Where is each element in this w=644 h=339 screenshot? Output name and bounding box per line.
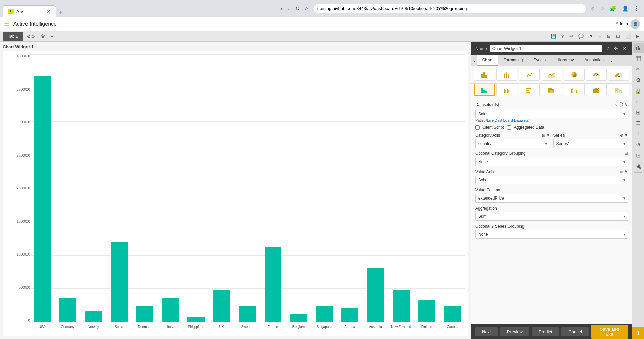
toolbar-action-6[interactable]: ▽ — [596, 33, 604, 39]
toolbar-action-3[interactable]: ✉ — [567, 33, 575, 39]
panel-tab-hierarchy[interactable]: Hierarchy — [551, 55, 579, 66]
delete-toolbar-btn[interactable]: 🗑 — [39, 33, 47, 40]
bar[interactable] — [393, 290, 410, 322]
value-column-select[interactable]: extendedPrice — [475, 194, 628, 203]
back-button[interactable]: ‹ — [279, 4, 284, 13]
chart-type-grouped-bar[interactable] — [496, 84, 518, 96]
chart-type-stacked-bar2[interactable] — [541, 84, 562, 96]
chart-type-striped[interactable] — [608, 84, 629, 96]
bar[interactable] — [187, 317, 205, 322]
extensions-button[interactable]: 🧩 — [608, 4, 619, 13]
far-right-settings-btn[interactable]: ⚙ — [633, 75, 644, 85]
toolbar-action-10[interactable]: ▶ — [634, 33, 641, 39]
add-toolbar-btn[interactable]: + — [49, 33, 55, 40]
chart-type-pie[interactable] — [564, 69, 585, 81]
series-flag-btn[interactable]: ⚑ — [624, 133, 628, 138]
cast-button[interactable]: ⎋ — [589, 4, 596, 13]
chart-type-scatter[interactable] — [519, 69, 540, 81]
category-axis-select[interactable]: country — [475, 139, 550, 148]
far-right-chart-btn[interactable] — [633, 43, 644, 53]
predict-button[interactable]: Predict — [532, 327, 559, 336]
chart-type-combo[interactable] — [586, 84, 607, 96]
optional-y-select[interactable]: None — [475, 230, 628, 239]
panel-tab-prev[interactable]: ‹ — [471, 55, 477, 66]
toolbar-action-4[interactable]: 💬 — [576, 33, 586, 39]
value-axis-select[interactable]: Axis1 — [475, 176, 628, 184]
datasets-info-btn[interactable]: ⓘ — [619, 102, 623, 108]
bar[interactable] — [316, 306, 333, 322]
aggregated-data-checkbox[interactable] — [507, 125, 511, 130]
dashboard-tab[interactable]: Tab 1 — [3, 32, 23, 41]
reload-button[interactable]: ↻ — [293, 4, 302, 13]
panel-tab-annotation[interactable]: Annotation — [579, 55, 609, 66]
datasets-edit-btn[interactable]: ✎ — [624, 102, 628, 108]
bar[interactable] — [290, 314, 307, 322]
tab-close-btn[interactable]: ✕ — [47, 9, 51, 14]
chart-type-hbar[interactable] — [519, 84, 540, 96]
panel-help-btn[interactable]: ? — [605, 45, 610, 52]
new-tab-button[interactable]: + — [56, 8, 65, 17]
bar[interactable] — [213, 290, 230, 322]
browser-tab[interactable]: AI AIV ✕ — [3, 5, 56, 17]
hamburger-menu[interactable]: ☰ — [4, 20, 9, 28]
next-button[interactable]: Next — [475, 327, 498, 336]
bar[interactable] — [418, 300, 435, 322]
toolbar-action-5[interactable]: ⚑ — [587, 33, 595, 39]
panel-close-btn[interactable]: ✕ — [621, 45, 628, 52]
panel-name-input[interactable] — [490, 45, 603, 52]
toolbar-action-9[interactable]: ⬜ — [623, 33, 633, 39]
save-exit-button[interactable]: Save and Exit — [591, 325, 628, 339]
panel-tab-formatting[interactable]: Formatting — [498, 55, 528, 66]
far-right-lock-btn[interactable]: 🔒 — [633, 86, 644, 96]
panel-tab-events[interactable]: Events — [528, 55, 551, 66]
panel-tab-chart[interactable]: Chart — [477, 55, 498, 66]
home-button[interactable]: ⌂ — [303, 4, 310, 13]
aggregated-data-label[interactable]: Aggregated Data — [514, 125, 544, 130]
far-right-undo-btn[interactable]: ↩ — [633, 97, 644, 107]
far-right-widgets-btn[interactable]: ⊡ — [633, 150, 644, 160]
chart-type-vbar-selected[interactable] — [474, 84, 495, 96]
bookmark-button[interactable]: ☆ — [598, 4, 606, 13]
chart-type-gauge[interactable] — [586, 69, 607, 81]
chart-type-grouped2[interactable] — [564, 84, 585, 96]
client-script-checkbox[interactable] — [475, 125, 480, 130]
client-script-label[interactable]: Client Script — [482, 125, 504, 130]
admin-avatar[interactable]: 👤 — [631, 19, 640, 29]
far-right-download-btn[interactable]: ⬇ — [632, 327, 644, 339]
series-select[interactable]: Series1 — [553, 139, 628, 148]
bar[interactable] — [136, 306, 153, 322]
menu-button[interactable]: ⋮ — [632, 4, 641, 13]
settings-toolbar-btn[interactable]: ⚙⚙ — [24, 33, 37, 40]
series-add-btn[interactable]: ⊕ — [620, 133, 623, 138]
bar[interactable] — [34, 76, 51, 322]
bar[interactable] — [444, 306, 461, 322]
far-right-edit-btn[interactable]: ✏ — [633, 64, 644, 74]
aggregation-select[interactable]: Sum — [475, 212, 628, 221]
datasets-select[interactable]: Sales — [475, 110, 628, 118]
optional-grouping-icon-btn[interactable]: ⊞ — [624, 151, 628, 156]
bar[interactable] — [367, 268, 384, 322]
chart-type-bar[interactable] — [474, 69, 495, 81]
path-link[interactable]: /Live Dashboard Datasets/ — [486, 118, 530, 122]
panel-move-btn[interactable]: ✥ — [612, 45, 619, 52]
far-right-refresh-btn[interactable]: ↺ — [633, 139, 644, 150]
forward-button[interactable]: › — [286, 4, 292, 13]
toolbar-action-1[interactable]: 💾 — [549, 33, 558, 39]
profile-button[interactable]: 👤 — [620, 4, 631, 13]
address-bar[interactable] — [313, 4, 586, 13]
panel-tab-next[interactable]: › — [609, 55, 615, 66]
far-right-list-btn[interactable]: ☰ — [633, 118, 644, 128]
bar[interactable] — [341, 308, 359, 322]
chart-type-speedometer[interactable] — [608, 69, 629, 81]
far-right-plugin-btn[interactable]: 🔌 — [633, 161, 644, 171]
bar[interactable] — [59, 298, 76, 322]
value-axis-flag-btn[interactable]: ⚑ — [624, 170, 628, 174]
optional-grouping-select[interactable]: None — [475, 158, 628, 166]
cancel-button[interactable]: Cancel — [561, 327, 588, 336]
bar[interactable] — [85, 311, 102, 322]
datasets-home-btn[interactable]: ⌂ — [614, 102, 617, 108]
toolbar-action-7[interactable]: ⊞ — [605, 33, 613, 39]
bar[interactable] — [162, 298, 179, 322]
category-axis-group-btn[interactable]: ⊞ — [542, 133, 545, 138]
far-right-table-btn[interactable] — [633, 54, 644, 64]
